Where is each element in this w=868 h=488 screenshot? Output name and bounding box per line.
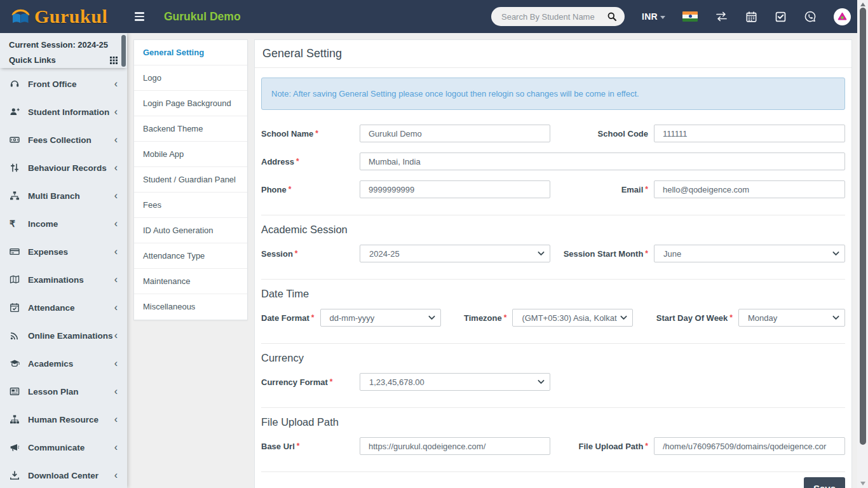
settings-item-id-auto-generation[interactable]: ID Auto Generation (134, 218, 247, 243)
file-upload-path-input[interactable] (654, 437, 845, 455)
chevron-collapse-icon: ‹ (114, 107, 118, 117)
app-title: Gurukul Demo (164, 10, 241, 24)
chevron-collapse-icon: ‹ (114, 386, 118, 396)
section-divider (261, 343, 845, 344)
timezone-select[interactable]: (GMT+05:30) Asia, Kolkat (512, 309, 633, 327)
session-start-month-label: Session Start Month* (564, 249, 654, 259)
download-icon (10, 470, 25, 480)
graduation-cap-icon (10, 358, 25, 369)
search-input[interactable] (501, 12, 607, 22)
start-day-of-week-select[interactable]: Monday (738, 309, 845, 327)
sidebar-header: Current Session: 2024-25 Quick Links (0, 33, 127, 68)
todo-button[interactable] (775, 11, 787, 23)
currency-format-select[interactable]: 1,23,45,678.00 (360, 373, 550, 391)
sidebar: Current Session: 2024-25 Quick Links Fro… (0, 33, 127, 488)
chevron-collapse-icon: ‹ (114, 191, 118, 201)
sidebar-item-multi-branch[interactable]: Multi Branch ‹ (0, 182, 127, 210)
settings-item-login-page-background[interactable]: Login Page Background (134, 91, 247, 116)
calendar-button[interactable] (745, 11, 757, 23)
save-button[interactable]: Save (804, 477, 845, 488)
quick-links-label: Quick Links (9, 55, 56, 65)
sidebar-item-behaviour-records[interactable]: Behaviour Records ‹ (0, 154, 127, 182)
chevron-down-icon (538, 251, 545, 256)
phone-input[interactable] (360, 180, 550, 198)
sidebar-item-front-office[interactable]: Front Office ‹ (0, 70, 127, 98)
sidebar-item-examinations[interactable]: Examinations ‹ (0, 266, 127, 294)
headset-icon (10, 79, 25, 89)
email-input[interactable] (654, 180, 845, 198)
calendar-icon (745, 11, 757, 23)
quick-links-grid-icon[interactable] (109, 56, 118, 65)
file-upload-path-title: File Upload Path (261, 416, 845, 428)
settings-item-fees[interactable]: Fees (134, 193, 247, 218)
page-scrollbar-thumb[interactable] (860, 8, 866, 445)
base-url-input[interactable] (360, 437, 550, 455)
session-start-month-select[interactable]: June (654, 245, 845, 262)
date-format-select[interactable]: dd-mm-yyyy (320, 309, 441, 327)
search-icon[interactable] (607, 11, 617, 22)
sidebar-item-download-center[interactable]: Download Center ‹ (0, 461, 127, 488)
sidebar-item-expenses[interactable]: Expenses ‹ (0, 238, 127, 266)
session-label: Session* (261, 249, 360, 259)
session-switch-button[interactable] (715, 11, 728, 22)
settings-item-general-setting[interactable]: General Setting (134, 40, 247, 65)
sliders-icon (10, 163, 25, 173)
sidebar-item-academics[interactable]: Academics ‹ (0, 349, 127, 377)
sidebar-scrollbar[interactable] (121, 33, 126, 488)
chevron-collapse-icon: ‹ (114, 274, 118, 285)
file-upload-path-label: File Upload Path* (578, 442, 654, 451)
chevron-collapse-icon: ‹ (114, 330, 118, 341)
app-logo[interactable]: Gurukul (0, 6, 127, 27)
section-divider (261, 407, 845, 408)
school-code-input[interactable] (654, 125, 845, 142)
sidebar-item-human-resource[interactable]: Human Resource ‹ (0, 405, 127, 433)
currency-code: INR (642, 11, 658, 22)
email-label: Email* (621, 185, 654, 194)
india-flag-icon (682, 11, 698, 22)
task-check-icon (775, 11, 787, 23)
chevron-collapse-icon: ‹ (114, 135, 118, 145)
settings-item-attendance-type[interactable]: Attendance Type (134, 243, 247, 269)
sidebar-item-income[interactable]: ₹ Income ‹ (0, 210, 127, 238)
required-marker: * (296, 157, 299, 166)
required-marker: * (315, 129, 318, 138)
credit-card-icon (10, 247, 25, 257)
chevron-collapse-icon: ‹ (114, 442, 118, 452)
settings-item-backend-theme[interactable]: Backend Theme (134, 116, 247, 142)
sidebar-item-student-information[interactable]: Student Information ‹ (0, 98, 127, 126)
settings-item-miscellaneous[interactable]: Miscellaneous (134, 294, 247, 320)
settings-item-student-guardian-panel[interactable]: Student / Guardian Panel (134, 167, 247, 193)
chevron-collapse-icon: ‹ (114, 414, 118, 424)
open-book-icon (10, 274, 25, 285)
sidebar-scrollbar-thumb[interactable] (121, 35, 126, 67)
page-scrollbar[interactable] (857, 0, 868, 488)
required-marker: * (311, 313, 315, 322)
settings-item-maintenance[interactable]: Maintenance (134, 269, 247, 294)
general-setting-panel: General Setting Note: After saving Gener… (254, 39, 852, 488)
language-flag-button[interactable] (682, 11, 698, 22)
sidebar-item-communicate[interactable]: Communicate ‹ (0, 433, 127, 461)
required-marker: * (729, 313, 733, 322)
required-marker: * (645, 442, 648, 451)
school-name-input[interactable] (360, 125, 550, 142)
whatsapp-button[interactable] (804, 10, 817, 23)
section-divider (261, 215, 845, 215)
note-banner: Note: After saving General Setting pleas… (261, 78, 845, 110)
sidebar-item-fees-collection[interactable]: Fees Collection ‹ (0, 126, 127, 154)
sidebar-item-lesson-plan[interactable]: Lesson Plan ‹ (0, 377, 127, 405)
settings-item-logo[interactable]: Logo (134, 65, 247, 91)
currency-selector[interactable]: INR (642, 11, 665, 22)
hierarchy-icon (10, 414, 25, 424)
hamburger-menu-icon[interactable] (135, 10, 147, 23)
session-select[interactable]: 2024-25 (360, 245, 550, 262)
settings-item-mobile-app[interactable]: Mobile App (134, 142, 247, 167)
user-menu[interactable] (834, 8, 851, 25)
sidebar-item-online-examinations[interactable]: Online Examinations ‹ (0, 322, 127, 349)
chevron-down-icon (832, 315, 839, 320)
sidebar-item-attendance[interactable]: Attendance ‹ (0, 294, 127, 322)
logo-book-icon (9, 7, 32, 26)
scroll-down-arrow[interactable] (857, 479, 868, 488)
required-marker: * (330, 377, 333, 386)
address-input[interactable] (360, 152, 845, 170)
chevron-collapse-icon: ‹ (114, 163, 118, 173)
